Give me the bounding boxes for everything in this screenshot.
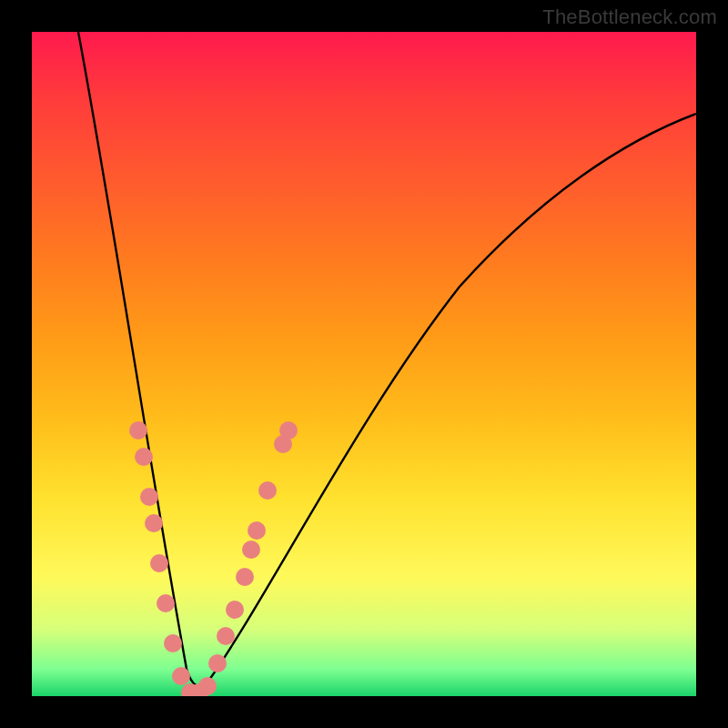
marker-dot xyxy=(145,514,163,532)
plot-area xyxy=(32,32,696,696)
bottleneck-curve xyxy=(78,32,696,686)
marker-dot xyxy=(157,594,175,612)
marker-dot xyxy=(248,521,266,540)
marker-dot xyxy=(135,448,153,466)
marker-dot xyxy=(226,601,244,619)
marker-dot xyxy=(258,481,277,500)
marker-dot xyxy=(164,634,182,652)
marker-dot xyxy=(279,421,298,440)
marker-dot xyxy=(150,554,168,572)
marker-dot xyxy=(242,541,260,559)
marker-dot xyxy=(129,421,147,440)
marker-dot xyxy=(198,677,217,695)
watermark-text: TheBottleneck.com xyxy=(542,5,717,29)
marker-dot xyxy=(172,667,190,685)
marker-dot xyxy=(208,654,227,672)
curve-layer xyxy=(32,32,696,696)
marker-dot xyxy=(217,627,235,645)
marker-dot xyxy=(140,488,158,506)
marker-dot xyxy=(236,568,254,586)
chart-frame: TheBottleneck.com xyxy=(0,0,728,728)
